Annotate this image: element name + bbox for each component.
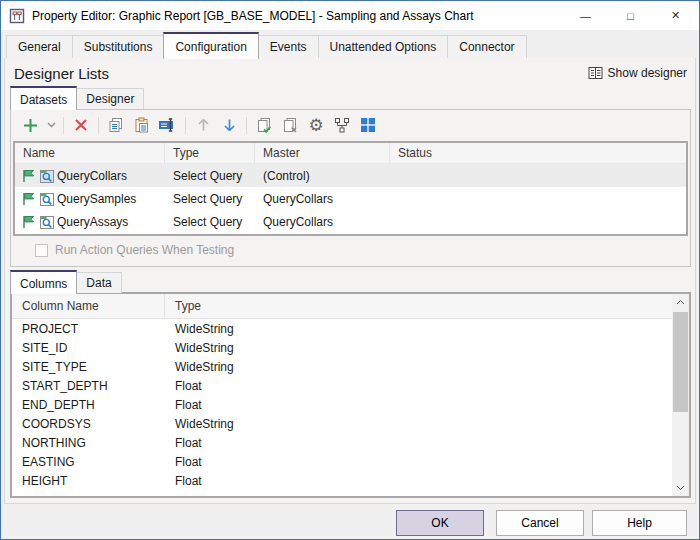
column-row[interactable]: PROJECT WideString [12,319,672,338]
column-type: WideString [165,417,672,431]
dataset-master: (Control) [255,169,390,183]
checkbox-box[interactable] [35,244,48,257]
footer-bar: OK Cancel Help [1,504,699,539]
tab-columns[interactable]: Columns [10,270,77,294]
show-designer-button[interactable]: Show designer [588,66,687,80]
tab-designer[interactable]: Designer [76,88,144,109]
maximize-button[interactable]: □ [608,1,653,30]
move-down-icon[interactable] [218,113,240,137]
dataset-name: QueryCollars [57,169,127,183]
rename-icon[interactable] [157,113,179,137]
column-name: COORDSYS [12,417,165,431]
column-name: SITE_ID [12,341,165,355]
dataset-name: QueryAssays [57,215,128,229]
dataset-row-querycollars[interactable]: QueryCollars Select Query (Control) [15,164,686,187]
toolbar-separator [246,117,247,134]
show-designer-label: Show designer [608,66,687,80]
enable-queries-icon[interactable] [253,113,275,137]
column-type: Float [165,436,672,450]
column-name: EASTING [12,455,165,469]
column-row[interactable]: HEIGHT Float [12,471,672,490]
disable-queries-icon[interactable] [279,113,301,137]
column-type: Float [165,455,672,469]
column-type: Float [165,379,672,393]
show-designer-icon [588,66,603,80]
query-icon [39,214,55,230]
column-name: SITE_TYPE [12,360,165,374]
query-icon [39,168,55,184]
flag-icon [21,168,37,184]
dataset-name: QuerySamples [57,192,136,206]
columns-grid: Column Name Type PROJECT WideString SITE… [12,294,672,496]
tab-events[interactable]: Events [258,35,319,58]
tab-unattended-options[interactable]: Unattended Options [318,35,449,58]
delete-icon[interactable] [70,113,92,137]
settings-gear-icon[interactable]: ⚙ [305,113,327,137]
column-row[interactable]: COORDSYS WideString [12,414,672,433]
column-header-column-name[interactable]: Column Name [12,294,165,318]
tab-substitutions[interactable]: Substitutions [72,35,165,58]
tab-connector[interactable]: Connector [447,35,526,58]
column-type: WideString [165,341,672,355]
column-header-type[interactable]: Type [165,143,255,163]
column-row[interactable]: EASTING Float [12,452,672,471]
copy-icon[interactable] [105,113,127,137]
column-name: NORTHING [12,436,165,450]
tab-datasets[interactable]: Datasets [10,86,77,110]
column-name: START_DEPTH [12,379,165,393]
column-header-status[interactable]: Status [390,143,686,163]
column-name: PROJECT [12,322,165,336]
dataset-master: QueryCollars [255,215,390,229]
column-row[interactable]: START_DEPTH Float [12,376,672,395]
ok-button[interactable]: OK [396,510,484,536]
column-name: END_DEPTH [12,398,165,412]
column-row[interactable]: END_DEPTH Float [12,395,672,414]
column-type: WideString [165,360,672,374]
paste-icon[interactable] [131,113,153,137]
column-row[interactable]: SITE_ID WideString [12,338,672,357]
column-type: Float [165,474,672,488]
column-row[interactable]: SITE_TYPE WideString [12,357,672,376]
column-header-master[interactable]: Master [255,143,390,163]
toolbar-separator [185,117,186,134]
dataset-type: Select Query [165,192,255,206]
view-grid-icon[interactable] [357,113,379,137]
tab-general[interactable]: General [6,35,73,58]
close-button[interactable]: ✕ [653,1,698,30]
scroll-down-icon[interactable] [672,480,689,496]
add-dropdown-icon[interactable] [45,113,57,137]
query-icon [39,191,55,207]
vertical-scrollbar[interactable] [672,294,689,496]
flag-icon [21,191,37,207]
cancel-button[interactable]: Cancel [496,510,584,536]
tab-data[interactable]: Data [76,272,121,293]
dataset-row-queryassays[interactable]: QueryAssays Select Query QueryCollars [15,210,686,233]
tab-configuration[interactable]: Configuration [163,32,258,59]
datasets-tab-strip: Datasets Designer [10,85,143,109]
page-title: Designer Lists [14,65,109,82]
dataset-row-querysamples[interactable]: QuerySamples Select Query QueryCollars [15,187,686,210]
relations-icon[interactable] [331,113,353,137]
scrollbar-thumb[interactable] [673,312,688,412]
checkbox-label: Run Action Queries When Testing [55,243,234,257]
column-type: WideString [165,322,672,336]
datasets-toolbar: ⚙ [15,111,688,139]
add-icon[interactable] [19,113,41,137]
property-editor-window: Property Editor: Graphic Report [GB_BASE… [0,0,700,540]
minimize-button[interactable]: — [563,1,608,30]
toolbar-separator [98,117,99,134]
move-up-icon[interactable] [192,113,214,137]
toolbar-separator [63,117,64,134]
column-name: HEIGHT [12,474,165,488]
columns-tab-strip: Columns Data [10,269,121,293]
dataset-type: Select Query [165,169,255,183]
help-button[interactable]: Help [592,510,687,536]
dataset-master: QueryCollars [255,192,390,206]
column-header-name[interactable]: Name [15,143,165,163]
column-header-type[interactable]: Type [165,294,672,318]
datasets-grid-header: Name Type Master Status [15,143,686,164]
run-action-queries-checkbox[interactable]: Run Action Queries When Testing [35,243,234,257]
column-type: Float [165,398,672,412]
column-row[interactable]: NORTHING Float [12,433,672,452]
scroll-up-icon[interactable] [672,294,689,310]
